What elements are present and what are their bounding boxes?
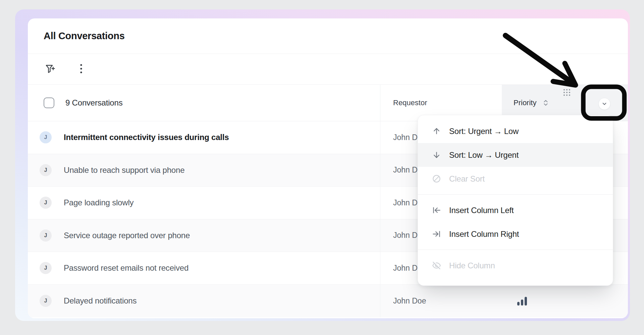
requestor-cell: John Doe [380,285,502,318]
menu-item-insert-column-right[interactable]: Insert Column Right [418,222,613,246]
column-drag-handle-icon[interactable] [564,89,570,96]
menu-divider [418,250,613,250]
menu-item-label: Sort: Urgent → Low [449,127,519,136]
arrow-up-icon [432,127,441,136]
priority-column-label: Priority [514,98,536,107]
menu-item-sort-low-to-urgent[interactable]: Sort: Low → Urgent [418,143,613,167]
menu-item-clear-sort: Clear Sort [418,167,613,191]
filter-plus-icon [44,63,56,76]
signal-bars-icon [517,295,528,306]
ban-icon [432,174,441,183]
priority-column-menu-button[interactable] [598,98,610,110]
avatar: J [40,262,52,274]
avatar: J [40,295,52,307]
add-filter-button[interactable] [42,61,58,77]
toolbar [28,54,628,85]
page: { "window": { "title": "All Conversation… [0,0,644,335]
conversation-title[interactable]: Page loading slowly [64,198,133,207]
avatar: J [40,131,52,143]
avatar: J [40,197,52,209]
arrow-right-to-line-icon [432,229,441,239]
avatar: J [40,164,52,176]
menu-item-label: Insert Column Right [449,229,519,239]
more-options-button[interactable] [73,61,89,77]
chevrons-up-down-icon [542,98,549,107]
priority-column-menu: Sort: Urgent → Low Sort: Low → Urgent Cl… [418,115,613,286]
priority-cell [502,285,628,318]
conversation-title[interactable]: Intermittent connectivity issues during … [64,133,229,142]
menu-item-label: Hide Column [449,261,495,270]
conversation-title[interactable]: Delayed notifications [64,296,137,306]
menu-divider [418,194,613,195]
table-row[interactable]: J Delayed notifications John Doe [28,285,628,318]
title-bar: All Conversations [28,18,628,54]
kebab-menu-icon [79,63,83,76]
page-title: All Conversations [44,30,124,42]
requestor-column-label: Requestor [393,98,427,107]
avatar: J [40,229,52,242]
arrow-left-to-line-icon [432,206,441,215]
conversations-count: 9 Conversations [65,98,122,108]
arrow-down-icon [432,150,441,159]
conversation-title[interactable]: Service outage reported over phone [64,231,190,240]
chevron-down-icon [601,101,607,107]
conversation-title[interactable]: Password reset emails not received [64,263,189,273]
menu-item-label: Sort: Low → Urgent [449,150,519,160]
menu-item-sort-urgent-to-low[interactable]: Sort: Urgent → Low [418,119,613,143]
menu-item-insert-column-left[interactable]: Insert Column Left [418,198,613,222]
menu-item-label: Clear Sort [449,174,485,184]
menu-item-hide-column: Hide Column [418,254,613,277]
select-all-checkbox[interactable] [44,97,54,108]
menu-item-label: Insert Column Left [449,206,514,215]
eye-off-icon [432,261,441,270]
conversation-title[interactable]: Unable to reach support via phone [64,165,184,175]
